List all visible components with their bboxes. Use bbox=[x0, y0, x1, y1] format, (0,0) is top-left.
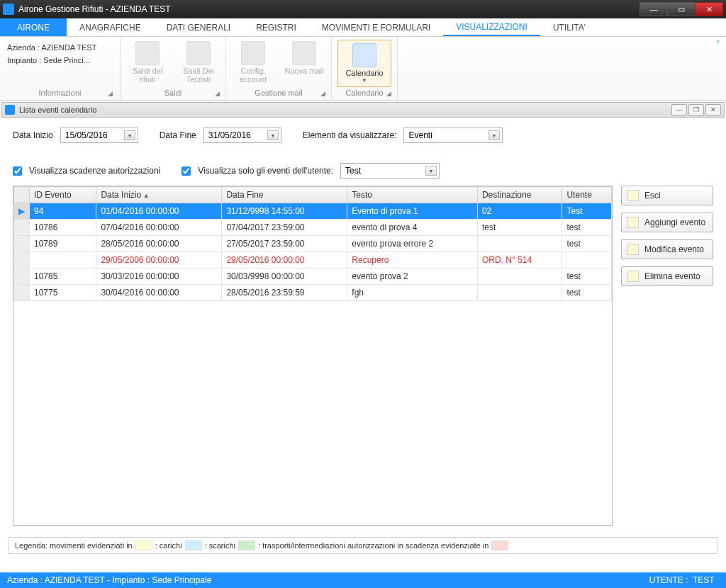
table-row[interactable]: ▶9401/04/2016 00:00:0031/12/9998 14:55:0… bbox=[14, 203, 612, 220]
elementi-combo[interactable]: Eventi▾ bbox=[403, 128, 503, 143]
launcher-icon[interactable]: ◢ bbox=[108, 90, 113, 97]
minimize-button[interactable]: — bbox=[640, 2, 668, 16]
cell[interactable]: 02 bbox=[477, 203, 562, 220]
chk-scadenze[interactable] bbox=[13, 166, 22, 176]
cell[interactable]: 94 bbox=[30, 203, 96, 220]
cell[interactable]: 30/04/2016 00:00:00 bbox=[96, 285, 222, 301]
tab-utilita[interactable]: UTILITA' bbox=[540, 18, 598, 36]
table-row[interactable]: 1077530/04/2016 00:00:0028/05/2016 23:59… bbox=[14, 285, 612, 301]
cell[interactable]: evento prova errore 2 bbox=[347, 236, 478, 252]
window-title: Airone Gestione Rifiuti - AZIENDA TEST bbox=[18, 4, 640, 14]
data-inizio-input[interactable]: 15/05/2016▾ bbox=[60, 128, 138, 143]
row-indicator[interactable] bbox=[14, 268, 30, 285]
cell[interactable] bbox=[477, 268, 562, 285]
cell[interactable]: Evento di prova 1 bbox=[347, 203, 478, 220]
child-restore-button[interactable]: ❐ bbox=[688, 104, 704, 115]
cell[interactable]: evento di prova 4 bbox=[347, 220, 478, 236]
table-row[interactable]: 29/05/2006 00:00:0029/05/2016 00:00:00Re… bbox=[14, 252, 612, 268]
utente-combo[interactable]: Test▾ bbox=[340, 163, 440, 179]
col-id[interactable]: ID Evento bbox=[30, 187, 96, 203]
tab-anagrafiche[interactable]: ANAGRAFICHE bbox=[67, 18, 154, 36]
cell[interactable]: 29/05/2016 00:00:00 bbox=[222, 252, 347, 268]
row-selector-header[interactable] bbox=[14, 187, 30, 203]
row-indicator[interactable] bbox=[14, 285, 30, 301]
cell[interactable]: 10775 bbox=[30, 285, 96, 301]
table-row[interactable]: 1078928/05/2016 00:00:0027/05/2017 23:59… bbox=[14, 236, 612, 252]
cell[interactable]: 30/03/9998 00:00:00 bbox=[222, 268, 347, 285]
chevron-down-icon[interactable]: ▾ bbox=[425, 166, 437, 176]
tab-dati-generali[interactable]: DATI GENERALI bbox=[154, 18, 243, 36]
tab-registri[interactable]: REGISTRI bbox=[243, 18, 309, 36]
modifica-button[interactable]: Modifica evento bbox=[621, 239, 713, 259]
data-fine-input[interactable]: 31/05/2016▾ bbox=[203, 128, 281, 143]
saldi-terzisti-label: Saldi Dei Terzisti bbox=[177, 67, 220, 84]
cell[interactable]: Test bbox=[562, 203, 612, 220]
table-row[interactable]: 1078530/03/2016 00:00:0030/03/9998 00:00… bbox=[14, 268, 612, 285]
row-indicator[interactable] bbox=[14, 236, 30, 252]
cell[interactable] bbox=[477, 285, 562, 301]
row-indicator[interactable] bbox=[14, 252, 30, 268]
cell[interactable] bbox=[30, 252, 96, 268]
tab-visualizzazioni[interactable]: VISUALIZZAZIONI bbox=[443, 18, 540, 36]
maximize-button[interactable]: ▭ bbox=[667, 2, 696, 16]
cell[interactable]: 29/05/2006 00:00:00 bbox=[96, 252, 222, 268]
modifica-label: Modifica evento bbox=[644, 244, 704, 254]
cell[interactable]: test bbox=[562, 268, 612, 285]
child-close-button[interactable]: ✕ bbox=[705, 104, 721, 115]
elimina-label: Elimina evento bbox=[644, 271, 700, 281]
cell[interactable]: 28/05/2016 00:00:00 bbox=[96, 236, 222, 252]
cell[interactable]: test bbox=[477, 220, 562, 236]
col-utente[interactable]: Utente bbox=[562, 187, 612, 203]
esci-button[interactable]: Esci bbox=[621, 186, 713, 205]
saldi-rifiuti-button[interactable]: Saldi dei rifiuti bbox=[126, 40, 169, 84]
tab-airone[interactable]: AIRONE bbox=[0, 18, 67, 36]
cell[interactable]: test bbox=[562, 236, 612, 252]
saldi-terzisti-button[interactable]: Saldi Dei Terzisti bbox=[177, 40, 220, 84]
cell[interactable]: 28/05/2016 23:59:59 bbox=[222, 285, 347, 301]
calendario-button[interactable]: Calendario▼ bbox=[337, 40, 391, 87]
group-label-informazioni: Informazioni bbox=[39, 89, 82, 97]
cell[interactable] bbox=[562, 252, 612, 268]
chevron-down-icon[interactable]: ▾ bbox=[488, 130, 500, 140]
cell[interactable]: 07/04/2017 23:59:00 bbox=[222, 220, 347, 236]
child-window: Lista eventi calendario — ❐ ✕ Data Inizi… bbox=[1, 102, 725, 554]
cell[interactable]: 07/04/2016 00:00:00 bbox=[96, 220, 222, 236]
cell[interactable]: ORD. N° 514 bbox=[477, 252, 562, 268]
config-account-button[interactable]: Config. account bbox=[232, 40, 274, 84]
cell[interactable]: 31/12/9998 14:55:00 bbox=[222, 203, 347, 220]
aggiungi-button[interactable]: Aggiungi evento bbox=[621, 213, 713, 232]
cell[interactable]: Recupero bbox=[347, 252, 478, 268]
cell[interactable]: 01/04/2016 00:00:00 bbox=[96, 203, 222, 220]
cell[interactable]: 10789 bbox=[30, 236, 96, 252]
cell[interactable]: evento prova 2 bbox=[347, 268, 478, 285]
row-indicator[interactable] bbox=[14, 220, 30, 236]
cell[interactable]: 10786 bbox=[30, 220, 96, 236]
events-grid[interactable]: ID Evento Data Inizio Data Fine Testo De… bbox=[13, 186, 613, 526]
launcher-icon[interactable]: ◢ bbox=[320, 90, 325, 97]
launcher-icon[interactable]: ◢ bbox=[215, 90, 220, 97]
cell[interactable]: 27/05/2017 23:59:00 bbox=[222, 236, 347, 252]
col-data-fine[interactable]: Data Fine bbox=[222, 187, 347, 203]
tab-movimenti[interactable]: MOVIMENTI E FORMULARI bbox=[309, 18, 443, 36]
row-indicator[interactable]: ▶ bbox=[14, 203, 30, 220]
cell[interactable]: 10785 bbox=[30, 268, 96, 285]
cell[interactable]: test bbox=[562, 285, 612, 301]
launcher-icon[interactable]: ◢ bbox=[386, 90, 391, 97]
close-button[interactable]: ✕ bbox=[695, 2, 723, 16]
col-testo[interactable]: Testo bbox=[347, 187, 478, 203]
chk-utente[interactable] bbox=[182, 166, 191, 176]
calendar-dropdown-icon[interactable]: ▾ bbox=[124, 130, 135, 140]
child-min-button[interactable]: — bbox=[671, 104, 687, 115]
cell[interactable]: 30/03/2016 00:00:00 bbox=[96, 268, 222, 285]
cell[interactable] bbox=[477, 236, 562, 252]
col-destinazione[interactable]: Destinazione bbox=[477, 187, 562, 203]
col-data-inizio[interactable]: Data Inizio bbox=[96, 187, 222, 203]
table-row[interactable]: 1078607/04/2016 00:00:0007/04/2017 23:59… bbox=[14, 220, 612, 236]
calendar-dropdown-icon[interactable]: ▾ bbox=[267, 130, 279, 140]
elimina-button[interactable]: Elimina evento bbox=[621, 266, 713, 286]
ribbon-collapse-icon[interactable]: ˄ bbox=[716, 40, 720, 49]
cell[interactable]: test bbox=[562, 220, 612, 236]
utente-value: Test bbox=[345, 166, 361, 176]
cell[interactable]: fgh bbox=[347, 285, 478, 301]
nuova-mail-button[interactable]: Nuova mail bbox=[283, 40, 325, 75]
